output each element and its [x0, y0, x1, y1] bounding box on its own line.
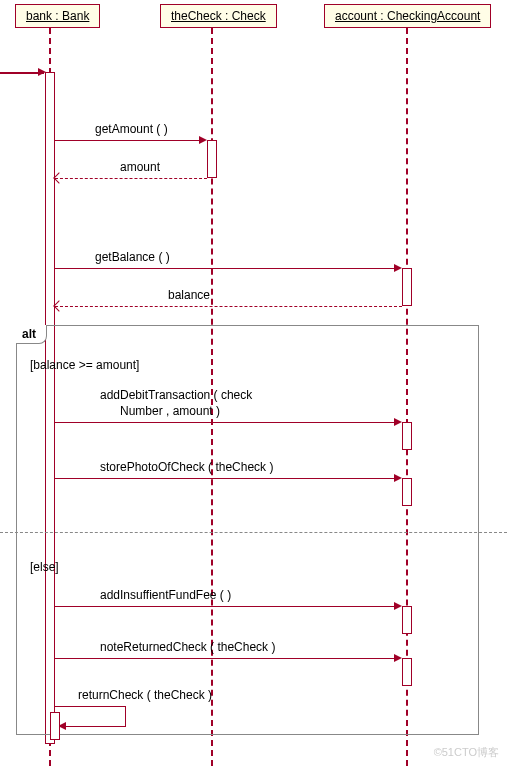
msg-getbalance-arrow: [394, 264, 402, 272]
lifeline-head-bank: bank : Bank: [15, 4, 100, 28]
msg-addfee-arrow: [394, 602, 402, 610]
msg-getbalance-line: [55, 268, 400, 269]
alt-divider: [0, 532, 507, 533]
msg-adddebit-arrow: [394, 418, 402, 426]
return-balance-label: balance: [168, 288, 210, 302]
msg-adddebit-line: [55, 422, 400, 423]
msg-notereturned-label: noteReturnedCheck ( theCheck ): [100, 640, 275, 654]
alt-operator: alt: [16, 325, 47, 344]
return-amount-line: [55, 178, 207, 179]
msg-storephoto-label: storePhotoOfCheck ( theCheck ): [100, 460, 273, 474]
msg-adddebit-label: addDebitTransaction ( check: [100, 388, 252, 402]
self-msg-out: [55, 706, 125, 707]
activation-account-adddebit: [402, 422, 412, 450]
msg-addfee-line: [55, 606, 400, 607]
return-balance-line: [55, 306, 402, 307]
return-balance-arrow: [53, 300, 64, 311]
activation-account-getbalance: [402, 268, 412, 306]
msg-getamount-arrow: [199, 136, 207, 144]
return-amount-arrow: [53, 172, 64, 183]
watermark: ©51CTO博客: [434, 745, 499, 760]
return-amount-label: amount: [120, 160, 160, 174]
msg-returncheck-label: returnCheck ( theCheck ): [78, 688, 212, 702]
activation-account-notereturned: [402, 658, 412, 686]
msg-addfee-label: addInsuffientFundFee ( ): [100, 588, 231, 602]
msg-getamount-line: [55, 140, 205, 141]
self-msg-down: [125, 706, 126, 726]
msg-getbalance-label: getBalance ( ): [95, 250, 170, 264]
msg-storephoto-line: [55, 478, 400, 479]
activation-account-storephoto: [402, 478, 412, 506]
msg-storephoto-arrow: [394, 474, 402, 482]
guard-balance-ge-amount: [balance >= amount]: [30, 358, 139, 372]
activation-check-getamount: [207, 140, 217, 178]
msg-getamount-label: getAmount ( ): [95, 122, 168, 136]
msg-notereturned-line: [55, 658, 400, 659]
lifeline-head-account: account : CheckingAccount: [324, 4, 491, 28]
msg-notereturned-arrow: [394, 654, 402, 662]
activation-account-addfee: [402, 606, 412, 634]
msg-adddebit-label2: Number , amount ): [120, 404, 220, 418]
self-msg-back: [64, 726, 126, 727]
activation-bank-returncheck: [50, 712, 60, 740]
guard-else: [else]: [30, 560, 59, 574]
lifeline-head-check: theCheck : Check: [160, 4, 277, 28]
